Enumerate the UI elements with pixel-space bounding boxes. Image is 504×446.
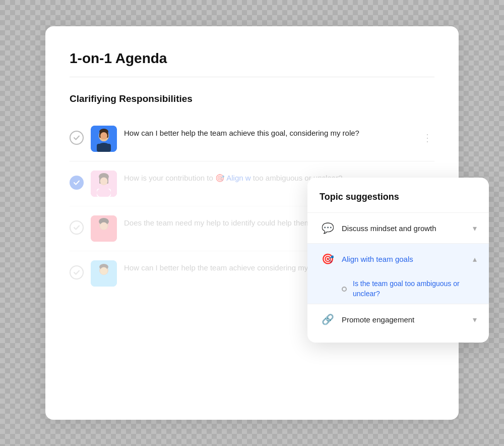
topic-sub-label-1: Is the team goal too ambiguous or unclea… (353, 279, 477, 299)
item-text-1: How can I better help the team achieve t… (124, 126, 413, 139)
avatar-1 (91, 126, 117, 152)
topic-label-1: Discuss mindset and growth (342, 224, 467, 233)
avatar-2 (91, 171, 117, 197)
page-title: 1-on-1 Agenda (70, 50, 434, 67)
check-icon-4[interactable] (70, 265, 84, 280)
topic-item-1[interactable]: 💬 Discuss mindset and growth ▾ (307, 212, 489, 243)
topic-chevron-1: ▾ (473, 224, 477, 233)
item-text-content-1: How can I better help the team achieve t… (124, 128, 413, 139)
svg-point-8 (100, 132, 107, 139)
section-title: Clarifiying Responsibilities (70, 93, 434, 104)
popup-title: Topic suggestions (307, 192, 489, 212)
avatar-3 (91, 215, 117, 242)
avatar-4 (91, 260, 117, 287)
svg-point-22 (100, 222, 108, 230)
topic-chevron-3: ▾ (473, 315, 477, 324)
svg-point-16 (100, 178, 108, 185)
svg-point-27 (100, 267, 108, 275)
topic-label-3: Promote engagement (342, 315, 467, 324)
topic-sub-dot-1 (342, 287, 347, 292)
topic-icon-2: 🎯 (320, 251, 336, 267)
svg-rect-23 (97, 234, 111, 242)
svg-rect-28 (97, 278, 111, 287)
agenda-item-1: How can I better help the team achieve t… (70, 117, 434, 161)
topic-item-3[interactable]: 🔗 Promote engagement ▾ (307, 304, 489, 334)
more-icon-1[interactable]: ⋮ (420, 130, 434, 146)
topic-item-2[interactable]: 🎯 Align with team goals ▴ (307, 243, 489, 274)
topic-chevron-2: ▴ (473, 254, 477, 264)
highlight-2: 🎯 Align w (215, 174, 251, 182)
svg-rect-10 (97, 144, 111, 152)
topic-popup: Topic suggestions 💬 Discuss mindset and … (307, 178, 489, 343)
divider (70, 77, 434, 77)
topic-sub-item-1[interactable]: Is the team goal too ambiguous or unclea… (307, 274, 489, 304)
main-card: 1-on-1 Agenda Clarifiying Responsibiliti… (45, 26, 459, 420)
check-icon-1[interactable] (70, 131, 84, 145)
topic-icon-3: 🔗 (320, 311, 336, 327)
check-icon-3[interactable] (70, 220, 84, 235)
check-icon-2[interactable] (70, 176, 84, 190)
topic-label-2: Align with team goals (342, 255, 467, 263)
topic-icon-1: 💬 (320, 220, 336, 236)
